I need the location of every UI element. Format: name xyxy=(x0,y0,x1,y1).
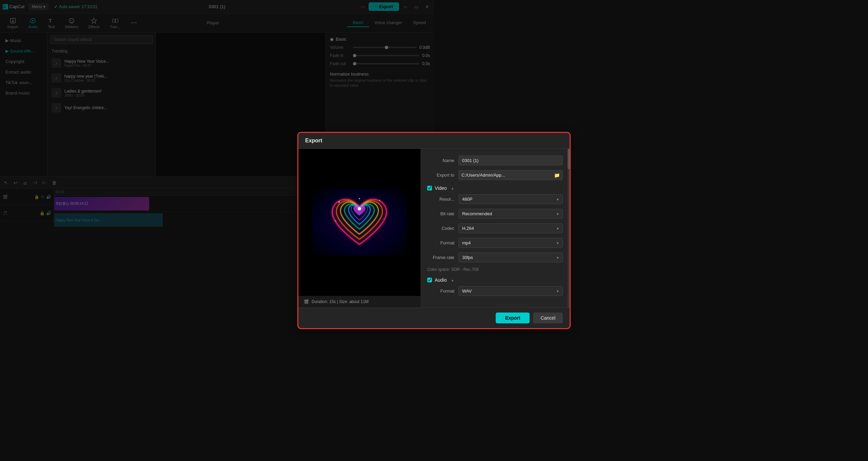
svg-point-21 xyxy=(359,198,360,199)
export-to-row: Export to 📁 xyxy=(427,170,434,180)
svg-point-20 xyxy=(335,220,336,221)
modal-settings: Name Export to 📁 Video ▲ xyxy=(420,149,434,230)
codec-row: Codec H.264 H.265 xyxy=(427,223,434,230)
modal-body: 🎬 Duration: 15s | Size: about 11M Name E… xyxy=(298,149,434,230)
export-to-label: Export to xyxy=(427,173,434,178)
svg-point-16 xyxy=(358,207,361,211)
modal-overlay[interactable]: Export xyxy=(0,0,434,230)
codec-label: Codec xyxy=(427,226,434,230)
name-row: Name xyxy=(427,156,434,165)
svg-point-19 xyxy=(383,219,383,219)
name-label: Name xyxy=(427,158,434,163)
video-section-header: Video ▲ xyxy=(427,185,434,191)
modal-header: Export xyxy=(298,133,434,149)
svg-point-17 xyxy=(338,201,340,203)
resolution-row: Resol... 480P 720P 1080P 2K 4K xyxy=(427,194,434,204)
resolution-label: Resol... xyxy=(427,197,434,202)
modal-title: Export xyxy=(305,138,322,144)
export-modal: Export xyxy=(298,133,434,230)
video-checkbox[interactable] xyxy=(427,186,432,191)
svg-point-18 xyxy=(379,200,380,201)
modal-preview: 🎬 Duration: 15s | Size: about 11M xyxy=(298,149,420,230)
bitrate-label: Bit rate xyxy=(427,211,434,216)
neon-heart-visual xyxy=(312,188,407,230)
preview-image xyxy=(298,149,420,230)
bitrate-row: Bit rate Recommended Low Medium High xyxy=(427,209,434,219)
heart-svg xyxy=(326,192,393,230)
